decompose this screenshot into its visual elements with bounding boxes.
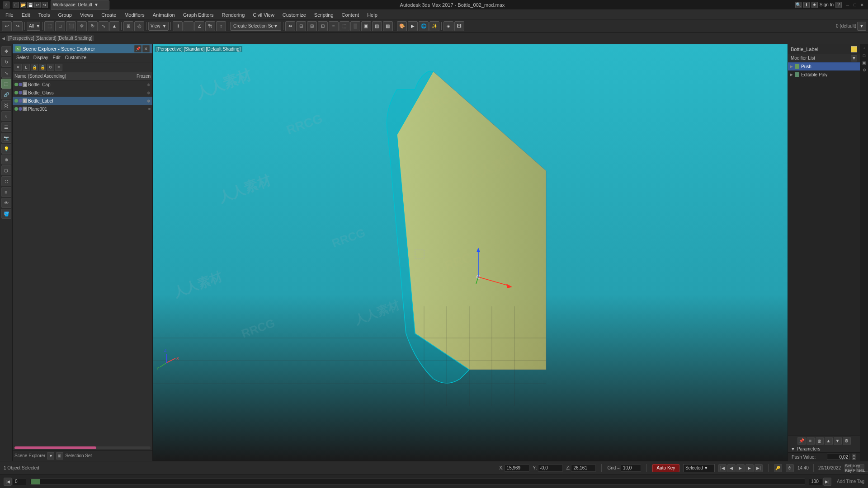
mod-item-editable-poly[interactable]: ▶ Editable Poly (788, 70, 860, 79)
menu-animation[interactable]: Animation (149, 11, 179, 19)
render-effects-btn[interactable]: ✨ (429, 21, 439, 31)
mod-item-push[interactable]: ▶ Push (788, 62, 860, 70)
key-mode-btn[interactable]: 🔑 (774, 464, 782, 472)
quick-access-open[interactable]: 📂 (20, 2, 26, 8)
se-menu-select[interactable]: Select (14, 55, 31, 61)
rp-param-collapse-icon[interactable]: ▼ (791, 446, 795, 451)
info-center[interactable]: ℹ (803, 2, 810, 8)
help-search[interactable]: 🔍 (795, 2, 802, 8)
frame-end-btn[interactable]: ▶| (823, 478, 831, 486)
set-key-btn[interactable]: Set Key (844, 464, 853, 472)
create-selection-set[interactable]: Create Selection Se▼ (230, 22, 281, 31)
quick-access-redo[interactable]: ↪ (42, 2, 48, 8)
rp-up-btn[interactable]: ▲ (825, 437, 833, 445)
se-scrollbar[interactable] (14, 446, 151, 449)
se-down-btn[interactable]: ▼ (47, 452, 54, 460)
menu-modifiers[interactable]: Modifiers (121, 11, 148, 19)
bind-space-warp-btn[interactable]: ≈ (1, 111, 11, 121)
snap-2d-btn[interactable]: ⋯ (184, 21, 193, 31)
helpers-btn[interactable]: ⊕ (1, 155, 11, 164)
se-row-bottle-label[interactable]: L Bottle_Label ❄ (13, 97, 152, 105)
prev-frame-start-btn[interactable]: |◀ (718, 464, 726, 472)
snap-3d-btn[interactable]: ⁞⁞ (173, 21, 183, 31)
frame-start-field[interactable] (13, 478, 26, 485)
se-menu-edit[interactable]: Edit (51, 55, 62, 61)
se-menu-display[interactable]: Display (32, 55, 50, 61)
menu-edit[interactable]: Edit (18, 11, 34, 19)
select-window-btn[interactable]: ⬛ (66, 21, 76, 31)
menu-tools[interactable]: Tools (35, 11, 54, 19)
select-scale-btn[interactable]: ⤡ (99, 21, 108, 31)
se-row-bottle-glass[interactable]: G Bottle_Glass ❄ (13, 89, 152, 97)
menu-help[interactable]: Help (363, 11, 381, 19)
workspace-dropdown[interactable]: Workspace: Default ▼ (51, 0, 109, 9)
fr-render-btn[interactable]: ▣ (861, 60, 868, 66)
time-config-btn[interactable]: ⏱ (786, 464, 794, 472)
scale-tool-btn[interactable]: ⤡ (1, 68, 11, 78)
key-filters-btn[interactable]: Key Filters... (856, 464, 864, 472)
quick-render-btn[interactable]: ▶ (408, 21, 418, 31)
sign-in-btn[interactable]: Sign In (820, 2, 834, 7)
snap-spinner-btn[interactable]: ↕ (216, 21, 226, 31)
rp-configure-btn[interactable]: ⚙ (843, 437, 851, 445)
snap-percent-btn[interactable]: % (205, 21, 215, 31)
viewport[interactable]: 人人素材 RRCG 人人素材 RRCG 人人素材 RRCG RRCG 人人素材 … (153, 44, 788, 461)
select-tool-btn[interactable]: ⬚ (1, 79, 11, 89)
place-tool-btn[interactable]: ▲ (109, 21, 119, 31)
particle-btn[interactable]: ∷ (1, 176, 11, 186)
play-btn[interactable]: ▶ (736, 464, 745, 472)
render-frame-btn[interactable]: ▧ (372, 21, 382, 31)
quick-access-new[interactable]: □ (13, 2, 19, 8)
align-grid-btn[interactable]: ⊞ (307, 21, 317, 31)
active-shade-btn[interactable]: ▩ (383, 21, 393, 31)
selected-dropdown[interactable]: Selected ▼ (683, 464, 715, 472)
rp-color-swatch[interactable] (851, 46, 857, 52)
mirror-btn[interactable]: ⇔ (285, 21, 295, 31)
mod-expand-editable-poly[interactable]: ▶ (790, 72, 793, 77)
help-btn[interactable]: ? (835, 2, 842, 8)
menu-views[interactable]: Views (76, 11, 97, 19)
menu-graph-editors[interactable]: Graph Editors (179, 11, 217, 19)
z-coord-field[interactable] (571, 465, 596, 472)
x-coord-field[interactable] (505, 465, 529, 472)
rp-push-down-btn[interactable]: ▼ (852, 457, 856, 460)
light-btn[interactable]: 💡 (1, 144, 11, 154)
vp-label-perspective[interactable]: [Perspective] [Standard] [Default Shadin… (6, 35, 94, 41)
pivot-btn[interactable]: ◎ (134, 21, 144, 31)
y-coord-field[interactable] (538, 465, 563, 472)
select-filter[interactable]: All▼ (27, 22, 40, 31)
se-scrollbar-thumb[interactable] (14, 446, 96, 449)
color-clip-btn[interactable]: 🎞 (454, 21, 464, 31)
menu-file[interactable]: File (2, 11, 17, 19)
minimize-btn[interactable]: ─ (844, 2, 851, 8)
prev-frame-btn[interactable]: ◀ (727, 464, 736, 472)
se-layers-btn[interactable]: ≡ (55, 64, 62, 71)
next-frame-btn[interactable]: ▶ (745, 464, 754, 472)
add-time-tag-btn[interactable]: Add Time Tag (837, 479, 864, 484)
mod-expand-push[interactable]: ▶ (790, 64, 793, 69)
se-local-btn[interactable]: L (23, 64, 30, 71)
rp-list-btn[interactable]: ≡ (807, 437, 815, 445)
quick-access-undo[interactable]: ↩ (34, 2, 41, 8)
select-move-btn[interactable]: ✥ (77, 21, 87, 31)
ribbon-toggle-btn[interactable]: ≡ (1, 187, 11, 197)
se-menu-customize[interactable]: Customize (63, 55, 88, 61)
menu-rendering[interactable]: Rendering (218, 11, 249, 19)
unlink-tool-btn[interactable]: ⛓ (1, 100, 11, 110)
se-close-btn[interactable]: ✕ (142, 45, 150, 52)
shapes-btn[interactable]: ⬡ (1, 165, 11, 175)
subscription[interactable]: ★ (811, 2, 818, 8)
rp-push-value-field[interactable]: 0,02 (827, 454, 849, 460)
auto-key-btn[interactable]: Auto Key (652, 464, 679, 472)
camera-btn[interactable]: 📷 (1, 133, 11, 143)
align-btn[interactable]: ⊟ (296, 21, 306, 31)
se-lock-btn[interactable]: 🔒 (31, 64, 38, 71)
se-close-x-btn[interactable]: ✕ (14, 64, 22, 71)
fr-more-btn[interactable]: ⋯ (861, 74, 868, 80)
select-rotate-btn[interactable]: ↻ (88, 21, 98, 31)
rp-down-btn[interactable]: ▼ (834, 437, 842, 445)
select-obj-btn[interactable]: ⬚ (44, 21, 54, 31)
se-row-plane001[interactable]: P Plane001 ≡ (13, 105, 152, 113)
timeline-thumb[interactable] (31, 479, 40, 484)
maximize-btn[interactable]: □ (852, 2, 858, 8)
